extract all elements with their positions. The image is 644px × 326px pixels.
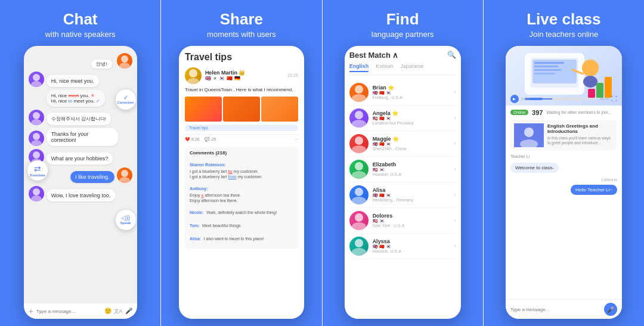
comment-count: 28 [211, 137, 216, 141]
korean-tag: 안녕! [91, 60, 112, 69]
correction-button[interactable]: ✓ Correction [116, 89, 136, 110]
chat-bubble: What are your hobbies? [47, 153, 113, 164]
svg-point-21 [352, 145, 366, 153]
chat-bubble: Wow, I love traveling too. [47, 190, 116, 201]
svg-point-46 [524, 128, 534, 137]
live-subtitle: Join teachers online [530, 30, 599, 39]
user-name: Maggie ⭐ [373, 136, 450, 142]
svg-point-1 [119, 63, 130, 69]
svg-point-6 [33, 133, 40, 140]
svg-point-16 [355, 85, 363, 94]
tab-english[interactable]: English [349, 63, 369, 72]
comment-text: Meet beautiful things [202, 223, 241, 228]
svg-point-27 [352, 222, 366, 230]
user-row[interactable]: Alyssa 🇬🇧 🇨🇳 🇰🇷 Houston, U.S.A › [349, 234, 456, 259]
best-match-label: Best Match ∧ [349, 51, 398, 60]
comment-text: Yeah, definitely watch the whole thing! [206, 210, 277, 215]
user-row[interactable]: Elizabeth 🇺🇸 🇰🇷 Houston, U.S.A › [349, 157, 456, 182]
fullscreen-icon[interactable]: ⛶ [611, 95, 617, 102]
post-header: Helen Martin 👑 🇬🇧★🇰🇷🇨🇳🇩🇪 22:25 [185, 67, 298, 84]
chat-bubble-row: What are your hobbies? [29, 149, 132, 164]
correction-text: Hi, nice to meet you. ✓ [51, 98, 100, 104]
translate-icon[interactable]: 文A [114, 308, 123, 315]
elapsed-time: 00:51 [521, 97, 530, 101]
user-name: Dolores [373, 213, 450, 219]
svg-point-8 [33, 151, 40, 159]
emoji-icon[interactable]: 🙂 [104, 308, 112, 315]
user-avatar [349, 108, 369, 128]
waiting-text: Waiting for other members to join... [546, 110, 617, 114]
user-avatar [349, 83, 369, 102]
svg-rect-35 [534, 69, 561, 71]
tab-japanese[interactable]: Japanese [400, 63, 423, 72]
chat-bubble-row: Hi, nice meet you. [29, 72, 132, 87]
user-row[interactable]: Maggie ⭐ 🇬🇧 🇨🇳 🇰🇷 ShenZhen , China › [349, 131, 456, 157]
chevron-right-icon: › [454, 191, 456, 198]
travel-tag[interactable]: Travel tips [185, 125, 298, 131]
mic-icon[interactable]: 🎤 [125, 308, 132, 315]
user-flags: 🇺🇸 🇰🇷 [373, 219, 450, 223]
live-chat-input[interactable] [510, 307, 601, 312]
chevron-right-icon: › [454, 217, 456, 223]
comment-block: Alisa: I also want to travel to this pla… [190, 232, 293, 243]
chevron-right-icon: › [454, 140, 456, 147]
user-row[interactable]: Dolores 🇺🇸 🇰🇷 New York , U.S.A › [349, 208, 456, 234]
chat-bubble-row: 수정해주셔서 감사합니다! [29, 110, 132, 125]
user-row[interactable]: Brian ⭐ 🇬🇧 🇨🇳 🇰🇷 Freiburg , U.S.A › [349, 80, 456, 105]
correction-text: Hi, nice meet you. ✕ [51, 93, 100, 98]
mic-button[interactable]: 🎤 [604, 303, 617, 316]
comment-author: Sharon Robinson: [190, 163, 226, 167]
svg-point-14 [189, 69, 197, 77]
translate-button[interactable]: ⇄ Translate [27, 160, 48, 181]
like-count: 8.2K [191, 137, 200, 141]
tab-korean[interactable]: Korean [376, 63, 393, 72]
svg-point-23 [352, 171, 366, 179]
comment-block: Anthony: Enjoy a afternoon tea there. En… [190, 182, 293, 203]
share-action[interactable]: ··· [295, 137, 298, 141]
member-count: 397 [532, 109, 543, 116]
avatar [29, 110, 44, 125]
svg-point-25 [352, 197, 366, 204]
play-button[interactable]: ▶ [510, 95, 519, 103]
comment-text: I also want to travel to this place! [203, 237, 264, 241]
svg-point-37 [582, 60, 599, 76]
class-title: English Greetings and Introductions [547, 123, 614, 135]
user-row[interactable]: Alisa 🇬🇧 🇨🇳 🇰🇷 Heidelberg , Germany › [349, 182, 456, 208]
post-avatar [185, 67, 202, 84]
user-list: Brian ⭐ 🇬🇧 🇨🇳 🇰🇷 Freiburg , U.S.A › Ange… [349, 80, 456, 259]
avatar [117, 53, 132, 69]
chat-bubble: Thanks for your correction! [47, 128, 118, 146]
svg-point-22 [355, 162, 363, 170]
progress-fill [532, 98, 552, 100]
user-avatar [349, 185, 369, 204]
welcome-bubble: Welcome to class- [510, 163, 559, 173]
comment-action[interactable]: 💬 28 [205, 137, 216, 142]
total-time: 46:04 [600, 97, 609, 101]
comment-author: Alisa: [190, 237, 201, 241]
chat-bubble: 수정해주셔서 감사합니다! [47, 113, 111, 125]
add-icon[interactable]: + [29, 306, 33, 316]
user-location: Houston, U.S.A [373, 249, 450, 253]
translate-label: Translate [29, 173, 45, 177]
post-images [185, 97, 298, 122]
user-info: Maggie ⭐ 🇬🇧 🇨🇳 🇰🇷 ShenZhen , China [373, 136, 450, 151]
like-action[interactable]: ❤️ 8.2K [185, 137, 200, 142]
comments-section: Comments (218) Sharon Robinson: I got a … [185, 147, 298, 249]
post-time: 22:25 [287, 73, 298, 77]
chat-bubble-row: 안녕! [29, 53, 132, 69]
speak-button[interactable]: ◁)) Speak [116, 210, 136, 230]
chat-action-icons: 🙂 文A 🎤 [104, 308, 132, 315]
svg-point-2 [33, 74, 40, 81]
class-thumbnail [514, 123, 544, 147]
user-flags: 🇬🇧 🇨🇳 🇰🇷 [373, 142, 450, 147]
user-name: Alisa [373, 187, 450, 193]
post-image-3 [261, 97, 298, 122]
class-card: English Greetings and Introductions In t… [510, 120, 617, 151]
search-icon[interactable]: 🔍 [447, 51, 456, 59]
user-row[interactable]: Angela ⭐ 🇺🇸 🇨🇳 🇰🇷 Location Not Provided … [349, 105, 456, 131]
user-location: New York , U.S.A [373, 223, 450, 228]
avatar [29, 186, 44, 201]
comment-author: Nicole: [190, 210, 203, 215]
share-phone: Travel tips Helen Martin 👑 🇬🇧★🇰🇷🇨🇳🇩🇪 22:… [179, 46, 304, 319]
chat-input[interactable] [36, 309, 101, 314]
